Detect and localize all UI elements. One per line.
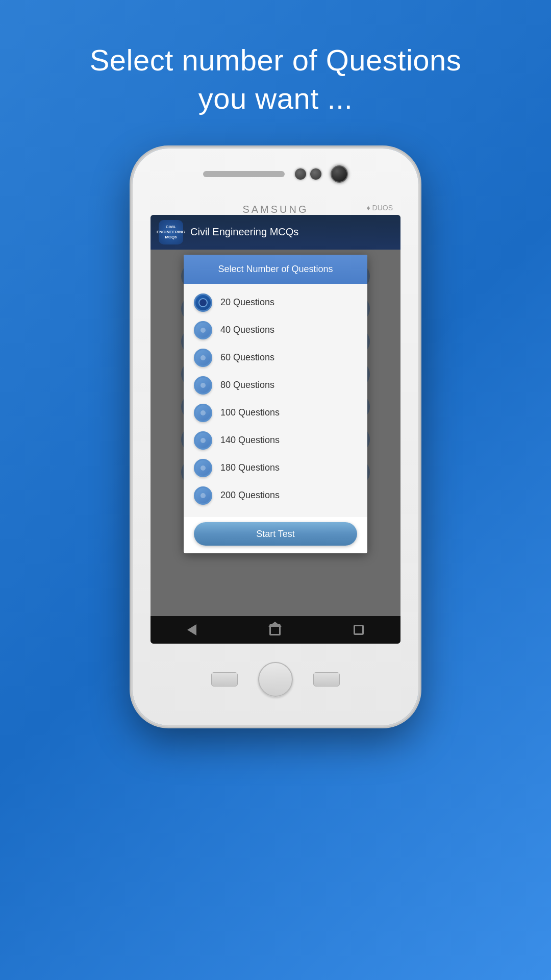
option-200[interactable]: 200 Questions	[194, 482, 357, 509]
nav-back-icon[interactable]	[187, 624, 196, 635]
phone-shell: SAMSUNG ♦ DUOS CIVIL ENGINEERING MCQs Ci…	[133, 149, 418, 725]
questions-dialog: Select Number of Questions 20 Questions …	[184, 255, 367, 553]
option-60[interactable]: 60 Questions	[194, 344, 357, 372]
radio-60[interactable]	[194, 349, 212, 367]
option-80[interactable]: 80 Questions	[194, 372, 357, 399]
phone-top-bezel	[133, 149, 418, 200]
option-20[interactable]: 20 Questions	[194, 289, 357, 316]
option-140-label: 140 Questions	[220, 435, 280, 446]
android-nav-bar	[151, 616, 400, 644]
nav-home-icon[interactable]	[269, 624, 281, 635]
radio-20[interactable]	[194, 293, 212, 312]
dialog-body: 20 Questions 40 Questions 60 Questions	[184, 284, 367, 517]
bottom-right-button[interactable]	[313, 672, 340, 687]
option-40-label: 40 Questions	[220, 325, 274, 335]
speaker	[203, 171, 285, 177]
option-100[interactable]: 100 Questions	[194, 399, 357, 427]
radio-100[interactable]	[194, 404, 212, 422]
nav-recent-icon[interactable]	[354, 625, 364, 635]
radio-180[interactable]	[194, 459, 212, 477]
option-40[interactable]: 40 Questions	[194, 316, 357, 344]
option-200-label: 200 Questions	[220, 490, 280, 501]
dialog-header: Select Number of Questions	[184, 255, 367, 284]
headline: Select number of Questions you want ...	[90, 41, 462, 118]
duos-label: ♦ DUOS	[367, 204, 393, 212]
app-toolbar: CIVIL ENGINEERING MCQs Civil Engineering…	[151, 215, 400, 250]
radio-80[interactable]	[194, 376, 212, 395]
bottom-left-button[interactable]	[211, 672, 238, 687]
start-test-button[interactable]: Start Test	[194, 522, 357, 546]
radio-200[interactable]	[194, 486, 212, 505]
phone-screen: CIVIL ENGINEERING MCQs Civil Engineering…	[151, 215, 400, 644]
phone-bottom-bezel	[133, 644, 418, 725]
sensor-dot-1	[295, 168, 306, 180]
camera-lens	[331, 165, 348, 183]
app-icon-text: CIVIL ENGINEERING MCQs	[157, 225, 185, 239]
option-180[interactable]: 180 Questions	[194, 454, 357, 482]
camera-area	[295, 165, 348, 183]
radio-140[interactable]	[194, 431, 212, 450]
samsung-brand: SAMSUNG	[242, 204, 308, 215]
headline-line2: you want ...	[198, 82, 353, 115]
dialog-title: Select Number of Questions	[218, 264, 333, 274]
option-140[interactable]: 140 Questions	[194, 427, 357, 454]
option-60-label: 60 Questions	[220, 352, 274, 363]
option-20-label: 20 Questions	[220, 297, 274, 308]
option-180-label: 180 Questions	[220, 462, 280, 473]
headline-line1: Select number of Questions	[90, 43, 462, 77]
option-80-label: 80 Questions	[220, 380, 274, 390]
option-100-label: 100 Questions	[220, 407, 280, 418]
sensor-dot-2	[310, 168, 321, 180]
radio-40[interactable]	[194, 321, 212, 339]
app-icon: CIVIL ENGINEERING MCQs	[159, 220, 183, 244]
app-title: Civil Engineering MCQs	[190, 226, 298, 238]
bottom-home-button[interactable]	[258, 662, 293, 697]
screen-content: Select Number of Questions 20 Questions …	[151, 250, 400, 616]
